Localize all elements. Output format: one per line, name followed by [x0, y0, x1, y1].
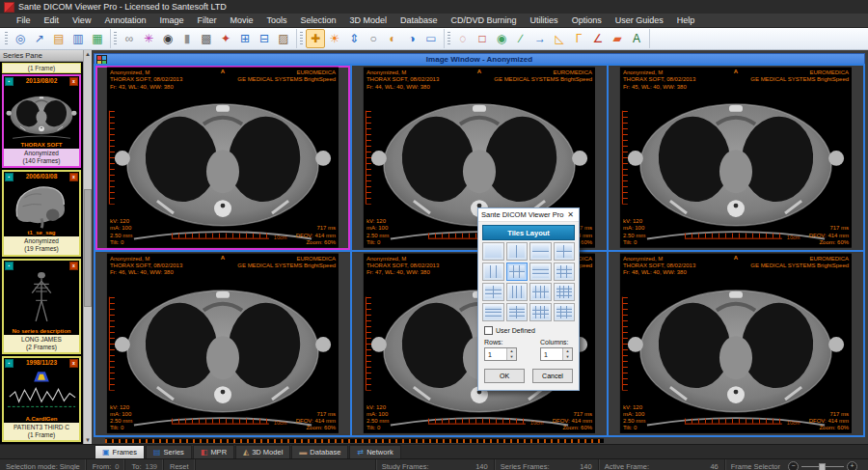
tab-3d-model[interactable]: ◭3D Model [235, 445, 290, 458]
menu-options[interactable]: Options [565, 15, 609, 25]
menu-help[interactable]: Help [670, 15, 702, 25]
ok-button[interactable]: OK [484, 369, 525, 383]
series-thumbnail[interactable]: 1998/11/23▪x A.CardIGenPATIENT3 THIRD C(… [2, 356, 81, 442]
menu-3d-model[interactable]: 3D Model [343, 15, 394, 25]
export-icon[interactable]: ▥ [68, 29, 88, 48]
effects-icon[interactable]: ✳ [139, 29, 158, 48]
frame-plus-icon[interactable]: + [847, 461, 857, 470]
image-tile[interactable]: Anonymized, MTHORAX SOFT, 08/02/2013Fr: … [609, 66, 863, 250]
tiles-preset-3x2[interactable] [482, 283, 504, 301]
magnifier-color-icon[interactable]: ◐ [383, 29, 402, 48]
tiles-preset-3x4[interactable] [529, 303, 552, 321]
tiles-preset-1x3[interactable] [482, 263, 504, 281]
tiles-preset-3x3[interactable] [554, 263, 576, 281]
close-icon[interactable]: ✕ [565, 210, 576, 219]
columns-value[interactable]: 1 [541, 348, 562, 360]
rect-zoom-icon[interactable]: ▭ [421, 29, 441, 48]
tab-frames[interactable]: ▣Frames [95, 445, 145, 458]
columns-spinner[interactable]: 1 ▲▼ [540, 347, 573, 361]
menu-selection[interactable]: Selection [293, 15, 342, 25]
image-tile[interactable]: Anonymized, MTHORAX SOFT, 08/02/2013Fr: … [609, 252, 863, 436]
tiles-preset-2x4[interactable] [529, 283, 552, 301]
portrait-icon[interactable]: ▨ [274, 29, 293, 48]
tiles-layout-header-button[interactable]: Tiles Layout [482, 225, 575, 240]
report-icon[interactable]: ▦ [88, 29, 107, 48]
eye-icon[interactable]: ◉ [158, 29, 177, 48]
tab-network[interactable]: ⇄Network [349, 445, 400, 458]
tab-mpr[interactable]: ◧MPR [193, 445, 234, 458]
tiles-preset-1x2[interactable] [506, 242, 529, 261]
mpr-head-icon[interactable]: ▩ [197, 29, 216, 48]
color-wheel-icon[interactable]: ◉ [492, 29, 511, 48]
menu-annotation[interactable]: Annotation [97, 15, 152, 25]
zoom-preview-icon[interactable]: ◎ [11, 29, 30, 48]
thumbnail-close-icon[interactable]: x [69, 173, 78, 181]
menu-filter[interactable]: Filter [190, 15, 223, 25]
line-tool-icon[interactable]: ∕ [511, 29, 530, 48]
thumbnail-close-icon[interactable]: x [69, 77, 78, 86]
tiles-preset-3x1[interactable] [529, 263, 552, 281]
series-thumbnail[interactable]: 2006/03/08▪x t1_se_sagAnonymized(19 Fram… [2, 170, 81, 256]
tiles-preset-1x1[interactable] [482, 242, 504, 261]
image-tile[interactable]: Anonymized, MTHORAX SOFT, 08/02/2013Fr: … [95, 252, 350, 436]
scroll-frames-icon[interactable]: ⇕ [344, 29, 364, 48]
tiles-preset-2x3[interactable] [506, 263, 529, 281]
thumbnail-lock-icon[interactable]: ▪ [5, 359, 14, 368]
ellipse-roi-icon[interactable]: ◌ [453, 29, 473, 48]
thumbnail-lock-icon[interactable]: ▪ [5, 173, 14, 181]
user-defined-checkbox[interactable] [484, 326, 493, 335]
image-tile[interactable]: Anonymized, MTHORAX SOFT, 08/02/2013Fr: … [95, 66, 350, 250]
tiles-preset-4x4[interactable] [554, 283, 576, 301]
stereo-3d-icon[interactable]: ∞ [120, 29, 139, 48]
thumbnail-close-icon[interactable]: x [69, 262, 78, 270]
menu-image[interactable]: Image [152, 15, 190, 25]
series-list[interactable]: (1 Frame)2013/08/02▪x THORAX SOFTAnonymi… [0, 62, 83, 444]
tiles-preset-4x3[interactable] [554, 303, 576, 321]
thumbnail-lock-icon[interactable]: ▪ [5, 262, 14, 270]
menu-user-guides[interactable]: User Guides [609, 15, 670, 25]
menu-view[interactable]: View [66, 15, 97, 25]
frame-minus-icon[interactable]: − [788, 461, 799, 470]
tiles-preset-4x1[interactable] [482, 303, 504, 321]
menu-database[interactable]: Database [393, 15, 445, 25]
protractor-icon[interactable]: Γ [569, 29, 588, 48]
dialog-titlebar[interactable]: Sante DICOM Viewer Pro ✕ [478, 208, 579, 222]
rect-roi-icon[interactable]: □ [473, 29, 492, 48]
menu-movie[interactable]: Movie [223, 15, 259, 25]
eraser-icon[interactable]: ▰ [608, 29, 627, 48]
series-scrollbar[interactable]: ▲ ▼ [83, 50, 92, 444]
arrow-tool-icon[interactable]: → [530, 29, 550, 48]
tab-series[interactable]: ▤Series [146, 445, 192, 458]
menu-file[interactable]: File [10, 15, 38, 25]
menu-cd-dvd-burning[interactable]: CD/DVD Burning [445, 15, 524, 25]
scrollbar-thumb[interactable] [84, 189, 92, 307]
slider-track[interactable] [801, 466, 844, 467]
slider-thumb[interactable] [819, 463, 826, 470]
magnifier-zoom-icon[interactable]: ◑ [402, 29, 421, 48]
thumbnail-close-icon[interactable]: x [69, 359, 78, 368]
rows-down-icon[interactable]: ▼ [507, 354, 516, 360]
columns-down-icon[interactable]: ▼ [563, 354, 572, 360]
tiles-preset-4x2[interactable] [506, 303, 529, 321]
fit-screen-icon[interactable]: ⊟ [255, 29, 274, 48]
text-tool-icon[interactable]: A [627, 29, 646, 48]
cancel-button[interactable]: Cancel [532, 369, 573, 383]
magnifier-icon[interactable]: ○ [364, 29, 383, 48]
status-reset[interactable]: Reset [164, 459, 196, 470]
color-threads-icon[interactable]: ✦ [216, 29, 235, 48]
fit-width-icon[interactable]: ⊞ [235, 29, 255, 48]
rows-spinner[interactable]: 1 ▲▼ [484, 347, 517, 361]
tiles-preset-2x1[interactable] [529, 242, 552, 261]
menu-tools[interactable]: Tools [259, 15, 293, 25]
menu-utilities[interactable]: Utilities [524, 15, 565, 25]
triangle-ruler-icon[interactable]: ◺ [550, 29, 569, 48]
tab-database[interactable]: ▬Database [291, 445, 348, 458]
rows-value[interactable]: 1 [485, 348, 506, 360]
tiles-preset-1x4[interactable] [506, 283, 529, 301]
series-thumbnail[interactable]: ▪x No series descriptionLONG JAMES(2 Fra… [2, 259, 81, 354]
copy-icon[interactable]: ▤ [49, 29, 68, 48]
cone-icon[interactable]: ▮ [177, 29, 197, 48]
angle-tool-icon[interactable]: ∠ [588, 29, 608, 48]
series-thumbnail[interactable]: 2013/08/02▪x THORAX SOFTAnonymized(140 F… [2, 74, 81, 168]
thumbnail-lock-icon[interactable]: ▪ [5, 77, 14, 86]
